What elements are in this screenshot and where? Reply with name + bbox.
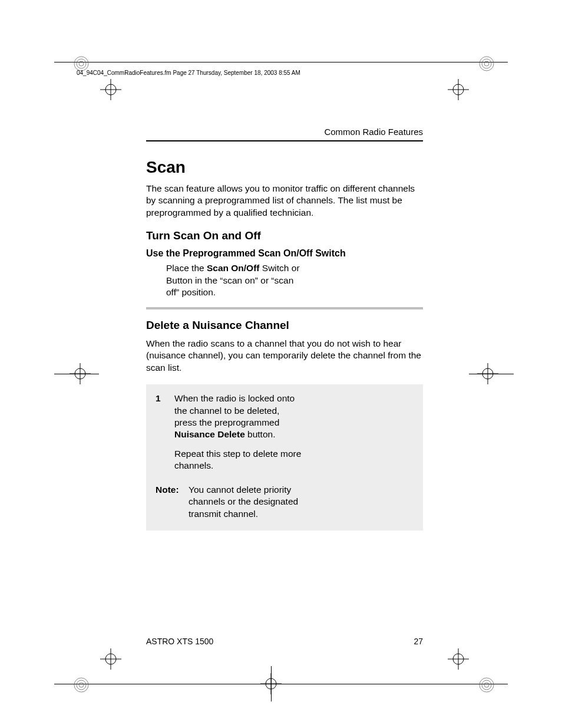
text-bold: Scan On/Off [207, 263, 260, 273]
crop-tick [469, 374, 514, 374]
crop-tick [271, 666, 272, 701]
frame-header-text: 04_94C04_CommRadioFeatures.fm Page 27 Th… [77, 70, 300, 76]
step-text: When the radio is locked onto the channe… [174, 393, 304, 479]
heading-scan: Scan [146, 158, 423, 177]
delete-intro-paragraph: When the radio scans to a channel that y… [146, 338, 423, 374]
heading-use-switch: Use the Preprogrammed Scan On/Off Switch [146, 248, 423, 259]
svg-point-5 [484, 61, 489, 66]
svg-point-4 [482, 59, 491, 68]
crosshair-mark-icon [99, 78, 123, 101]
note-label: Note: [156, 484, 189, 520]
text-bold: Nuisance Delete [174, 429, 245, 439]
svg-point-9 [480, 678, 494, 692]
heading-delete-nuisance: Delete a Nuisance Channel [146, 319, 423, 332]
svg-point-3 [480, 57, 494, 71]
section-divider [146, 307, 423, 309]
svg-point-11 [484, 683, 489, 687]
registration-mark-icon [475, 52, 498, 75]
text-fragment: button. [245, 429, 276, 439]
crop-line-top [54, 62, 508, 62]
note-text: You cannot delete priority channels or t… [189, 484, 306, 520]
heading-turn-scan: Turn Scan On and Off [146, 229, 423, 242]
footer-page-number: 27 [414, 637, 423, 646]
content-column: Common Radio Features Scan The scan feat… [146, 127, 423, 531]
intro-paragraph: The scan feature allows you to monitor t… [146, 183, 423, 219]
step-secondary-text: Repeat this step to delete more channels… [174, 448, 304, 472]
page-footer: ASTRO XTS 1500 27 [146, 637, 423, 646]
svg-point-7 [77, 680, 86, 690]
header-rule [146, 140, 423, 141]
running-header: Common Radio Features [146, 127, 423, 137]
svg-point-6 [74, 678, 88, 692]
turn-scan-instruction: Place the Scan On/Off Switch or Button i… [166, 262, 308, 298]
note-row: Note: You cannot delete priority channel… [156, 484, 414, 520]
procedure-box: 1 When the radio is locked onto the chan… [146, 384, 423, 531]
registration-mark-icon [70, 673, 93, 697]
crosshair-mark-icon [447, 647, 470, 671]
text-fragment: When the radio is locked onto the channe… [174, 393, 295, 427]
svg-point-10 [482, 680, 491, 690]
procedure-step: 1 When the radio is locked onto the chan… [156, 393, 414, 479]
svg-point-2 [79, 61, 84, 66]
crosshair-mark-icon [447, 78, 470, 101]
svg-point-0 [74, 57, 88, 71]
svg-point-1 [77, 59, 86, 68]
text-fragment: Place the [166, 263, 207, 273]
step-number: 1 [156, 393, 174, 479]
svg-point-8 [79, 683, 84, 687]
crosshair-mark-icon [99, 647, 123, 671]
registration-mark-icon [475, 673, 498, 697]
footer-product: ASTRO XTS 1500 [146, 637, 213, 646]
crop-tick [54, 374, 99, 374]
